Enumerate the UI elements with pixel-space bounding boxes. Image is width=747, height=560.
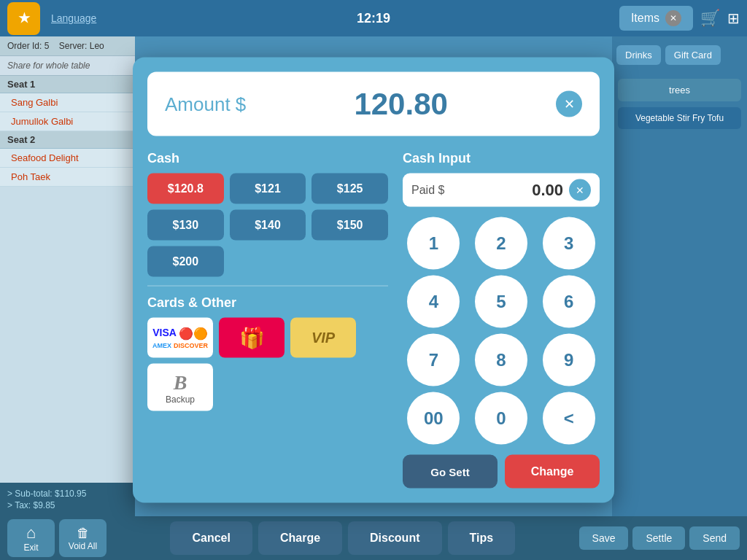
num-1-button[interactable]: 1 xyxy=(407,217,460,270)
cash-input-value: 0.00 xyxy=(450,181,563,200)
subtotal-value: $110.95 xyxy=(55,489,86,499)
veg-stir-fry-button[interactable]: Vegetable Stir Fry Tofu xyxy=(618,107,741,129)
vip-button[interactable]: VIP xyxy=(290,318,356,358)
backup-icon: B xyxy=(174,370,187,394)
cards-section-title: Cards & Other xyxy=(147,295,388,311)
divider xyxy=(147,286,388,287)
cash-btn-121[interactable]: $121 xyxy=(230,174,306,204)
payment-modal: Amount $ 120.80 ✕ Cash $120.8 $121 $125 … xyxy=(133,58,614,503)
sidebar-totals: > Sub-total: $110.95 > Tax: $9.85 xyxy=(0,483,135,516)
send-button[interactable]: Send xyxy=(689,526,740,550)
num-8-button[interactable]: 8 xyxy=(475,334,527,386)
top-bar: ★ Language 12:19 Items ✕ 🛒 ⊞ xyxy=(0,0,747,36)
items-close-icon[interactable]: ✕ xyxy=(665,10,681,26)
gift-card-button[interactable]: 🎁 xyxy=(219,318,285,358)
order-id-label: Order Id: xyxy=(7,41,42,51)
category-tabs: Drinks Gift Card xyxy=(612,36,747,73)
payment-right: Cash Input Paid $ 0.00 ✕ 1 2 3 4 5 6 7 8… xyxy=(403,151,600,489)
num-00-button[interactable]: 00 xyxy=(407,392,460,445)
server-label: Server: xyxy=(59,41,88,51)
num-3-button[interactable]: 3 xyxy=(543,217,595,270)
amount-clear-button[interactable]: ✕ xyxy=(556,91,582,117)
num-9-button[interactable]: 9 xyxy=(543,334,595,386)
cash-section-title: Cash xyxy=(147,151,388,166)
cash-input-section: Cash Input Paid $ 0.00 ✕ xyxy=(403,151,600,207)
cash-btn-200[interactable]: $200 xyxy=(147,246,224,277)
paid-label: Paid $ xyxy=(411,184,444,197)
cash-btn-140[interactable]: $140 xyxy=(230,210,306,241)
seat-2-item-seafood[interactable]: Seafood Delight xyxy=(0,149,135,168)
tax-value: $9.85 xyxy=(33,500,55,510)
cash-input-row[interactable]: Paid $ 0.00 ✕ xyxy=(403,174,600,207)
seat-1-header: Seat 1 xyxy=(0,76,135,93)
void-label: Void All xyxy=(69,541,97,551)
cash-buttons: $120.8 $121 $125 $130 $140 $150 $200 xyxy=(147,174,388,277)
backup-label: Backup xyxy=(166,394,195,404)
cancel-button[interactable]: Cancel xyxy=(170,521,252,555)
card-options: VISA 🔴🟠 AMEX DISCOVER 🎁 VIP xyxy=(147,318,388,358)
tax-label: > Tax: xyxy=(7,500,31,510)
cash-btn-120[interactable]: $120.8 xyxy=(147,174,224,204)
home-icon: ⌂ xyxy=(26,524,36,542)
vip-label: VIP xyxy=(311,330,335,346)
cash-input-label: Cash Input xyxy=(403,151,600,166)
save-button[interactable]: Save xyxy=(579,526,629,550)
num-backspace-button[interactable]: < xyxy=(543,392,595,445)
discover-icon: DISCOVER xyxy=(174,342,208,349)
credit-cards-button[interactable]: VISA 🔴🟠 AMEX DISCOVER xyxy=(147,318,213,358)
language-button[interactable]: Language xyxy=(51,12,96,24)
num-5-button[interactable]: 5 xyxy=(475,276,527,328)
num-0-button[interactable]: 0 xyxy=(475,392,527,445)
app-logo: ★ xyxy=(7,2,40,35)
change-button[interactable]: Change xyxy=(505,455,600,489)
amount-label: Amount $ xyxy=(165,93,246,115)
sidebar: Order Id: 5 Server: Leo Share for whole … xyxy=(0,36,135,560)
void-all-button[interactable]: 🗑 Void All xyxy=(59,519,107,557)
input-clear-button[interactable]: ✕ xyxy=(569,179,591,201)
amex-icon: AMEX xyxy=(152,342,171,349)
backup-button[interactable]: B Backup xyxy=(147,364,213,411)
seat-1-item-jumullok[interactable]: Jumullok Galbi xyxy=(0,112,135,131)
exit-button[interactable]: ⌂ Exit xyxy=(7,519,55,557)
visa-icon: VISA xyxy=(152,327,177,341)
settle-button[interactable]: Settle xyxy=(632,526,685,550)
mastercard-icon: 🔴🟠 xyxy=(179,327,208,341)
num-4-button[interactable]: 4 xyxy=(407,276,460,328)
grid-icon[interactable]: ⊞ xyxy=(727,9,740,27)
amount-display: Amount $ 120.80 ✕ xyxy=(147,72,600,136)
right-panel: trees Vegetable Stir Fry Tofu xyxy=(612,73,747,516)
exit-label: Exit xyxy=(23,542,38,553)
num-7-button[interactable]: 7 xyxy=(407,334,460,386)
num-6-button[interactable]: 6 xyxy=(543,276,595,328)
discount-button[interactable]: Discount xyxy=(348,521,441,555)
cart-icon[interactable]: 🛒 xyxy=(700,9,720,28)
cash-btn-125[interactable]: $125 xyxy=(311,174,388,204)
subtotal-label: > Sub-total: xyxy=(7,489,53,499)
items-label: Items xyxy=(631,12,659,25)
payment-left: Cash $120.8 $121 $125 $130 $140 $150 $20… xyxy=(147,151,388,489)
gift-icon: 🎁 xyxy=(239,326,265,350)
payment-body: Cash $120.8 $121 $125 $130 $140 $150 $20… xyxy=(147,151,600,489)
server-value: Leo xyxy=(90,41,104,51)
items-button[interactable]: Items ✕ xyxy=(619,6,693,31)
top-bar-right: Items ✕ 🛒 ⊞ xyxy=(619,6,740,31)
go-settle-button[interactable]: Go Sett xyxy=(403,455,498,489)
num-2-button[interactable]: 2 xyxy=(475,217,527,270)
clock: 12:19 xyxy=(357,11,390,26)
trash-icon: 🗑 xyxy=(77,526,90,541)
trees-button[interactable]: trees xyxy=(618,79,741,101)
tips-button[interactable]: Tips xyxy=(448,521,516,555)
giftcard-tab[interactable]: Gift Card xyxy=(665,45,721,65)
bottom-bar: ⌂ Exit 🗑 Void All Cancel Charge Discount… xyxy=(0,516,747,560)
charge-button[interactable]: Charge xyxy=(258,521,342,555)
share-whole-table[interactable]: Share for whole table xyxy=(0,56,135,76)
seat-1-item-sang-galbi[interactable]: Sang Galbi xyxy=(0,93,135,112)
order-id-value: 5 xyxy=(44,41,50,51)
amount-value: 120.80 xyxy=(246,87,556,122)
seat-2-item-poh-taek[interactable]: Poh Taek xyxy=(0,168,135,187)
action-buttons: Go Sett Change xyxy=(403,455,600,489)
cash-btn-150[interactable]: $150 xyxy=(311,210,388,241)
cash-btn-130[interactable]: $130 xyxy=(147,210,224,241)
drinks-tab[interactable]: Drinks xyxy=(616,45,661,65)
seat-2-header: Seat 2 xyxy=(0,131,135,149)
